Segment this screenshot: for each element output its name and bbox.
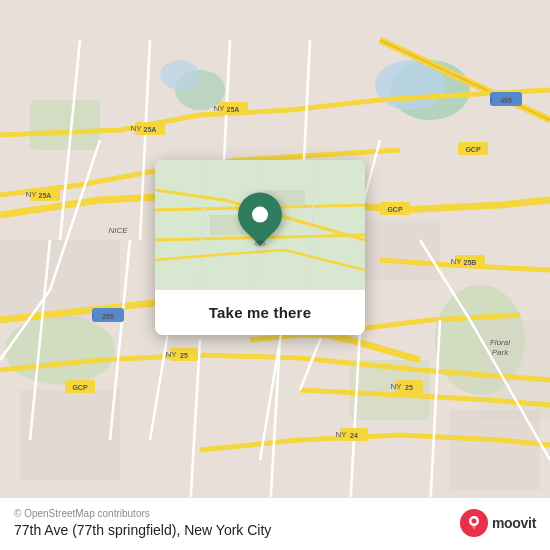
svg-text:NY: NY — [450, 257, 462, 266]
moovit-logo-icon — [460, 509, 488, 537]
svg-point-71 — [471, 519, 476, 524]
svg-text:NY: NY — [213, 104, 225, 113]
moovit-brand-text: moovit — [492, 515, 536, 531]
svg-text:GCP: GCP — [72, 384, 88, 391]
svg-rect-11 — [450, 410, 540, 490]
svg-point-1 — [5, 315, 115, 385]
svg-text:I: I — [92, 311, 94, 320]
svg-point-8 — [160, 60, 200, 90]
svg-text:GCP: GCP — [387, 206, 403, 213]
svg-text:295: 295 — [102, 313, 114, 320]
svg-rect-4 — [30, 100, 100, 150]
attribution-text: © OpenStreetMap contributors — [14, 508, 271, 519]
svg-text:24: 24 — [350, 432, 358, 439]
svg-text:NY: NY — [130, 124, 142, 133]
svg-text:NY: NY — [335, 430, 347, 439]
svg-text:25: 25 — [180, 352, 188, 359]
moovit-logo: moovit — [460, 509, 536, 537]
take-me-there-button[interactable]: Take me there — [155, 290, 365, 335]
svg-text:25A: 25A — [227, 106, 240, 113]
bottom-bar: © OpenStreetMap contributors 77th Ave (7… — [0, 497, 550, 550]
svg-text:NY: NY — [165, 350, 177, 359]
svg-text:25B: 25B — [464, 259, 477, 266]
bottom-left: © OpenStreetMap contributors 77th Ave (7… — [14, 508, 271, 538]
map-container: 25A NY 25A NY 25A NY 295 I 495 I GCP GCP… — [0, 0, 550, 550]
svg-text:NY: NY — [25, 190, 37, 199]
svg-text:Park: Park — [492, 348, 509, 357]
svg-text:I: I — [490, 95, 492, 104]
card-map-area — [155, 160, 365, 290]
svg-text:NY: NY — [390, 382, 402, 391]
svg-text:25A: 25A — [144, 126, 157, 133]
map-pin — [238, 193, 282, 247]
svg-text:25: 25 — [405, 384, 413, 391]
svg-text:Floral: Floral — [490, 338, 510, 347]
svg-text:GCP: GCP — [465, 146, 481, 153]
location-card: Take me there — [155, 160, 365, 335]
svg-text:NICE: NICE — [108, 226, 128, 235]
location-title: 77th Ave (77th springfield), New York Ci… — [14, 522, 271, 538]
svg-text:25A: 25A — [39, 192, 52, 199]
svg-text:495: 495 — [500, 97, 512, 104]
svg-rect-12 — [20, 390, 120, 480]
